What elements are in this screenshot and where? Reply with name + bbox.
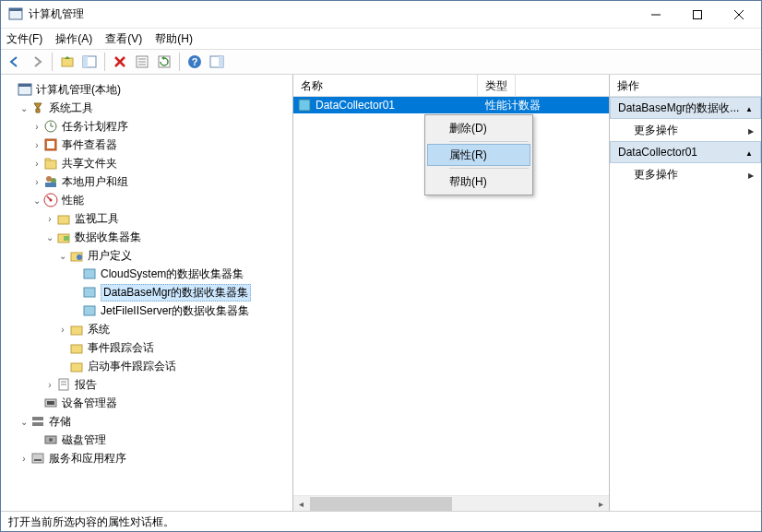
svg-rect-39 [84,269,95,278]
up-button[interactable] [57,52,77,72]
show-hide-action-button[interactable] [207,52,227,72]
menu-help[interactable]: 帮助(H) [427,171,530,193]
chevron-right-icon [748,170,754,180]
tree-pane: 计算机管理(本地) ⌄系统工具 ›任务计划程序 ›事件查看器 ›共享文件夹 ›本… [1,75,293,511]
tree-system[interactable]: ›系统 [5,320,289,338]
svg-rect-44 [71,363,82,372]
svg-rect-50 [32,417,43,420]
svg-rect-1 [9,8,22,11]
minimize-button[interactable] [635,2,676,28]
svg-rect-40 [84,288,95,297]
svg-rect-41 [84,306,95,315]
svg-rect-55 [34,459,42,461]
tree-disk-mgmt[interactable]: 磁盘管理 [5,431,289,449]
tree-local-users[interactable]: ›本地用户和组 [5,172,289,191]
action-section-2[interactable]: DataCollector01 [610,141,761,163]
svg-rect-56 [299,100,310,111]
menu-separator [449,168,529,169]
action-more-1[interactable]: 更多操作 [610,119,761,141]
collector-icon [297,98,312,112]
context-menu: 删除(D) 属性(R) 帮助(H) [424,114,533,195]
tree-performance[interactable]: ⌄性能 [5,191,289,209]
tree-data-collector-sets[interactable]: ⌄数据收集器集 [5,228,289,246]
close-button[interactable] [718,2,759,28]
svg-rect-30 [45,183,56,187]
scroll-right-icon[interactable]: ▸ [593,497,609,511]
toolbar-separator [179,53,180,71]
svg-rect-6 [62,58,73,66]
column-type[interactable]: 类型 [478,75,516,96]
title-bar: 计算机管理 [1,1,761,29]
svg-rect-34 [58,216,69,224]
tree-shared-folders[interactable]: ›共享文件夹 [5,154,289,172]
menu-file[interactable]: 文件(F) [6,31,42,47]
list-row[interactable]: DataCollector01 性能计数器 [293,97,609,113]
scrollbar-thumb[interactable] [310,497,452,511]
svg-rect-27 [45,160,56,169]
actions-pane: 操作 DataBaseMgr的数据收... 更多操作 DataCollector… [610,75,761,511]
svg-rect-42 [71,326,82,335]
toolbar-separator [104,53,105,71]
properties-button[interactable] [132,52,152,72]
action-more-2[interactable]: 更多操作 [610,163,761,185]
tree-event-trace[interactable]: 事件跟踪会话 [5,338,289,357]
tree-event-viewer[interactable]: ›事件查看器 [5,136,289,154]
tree-root[interactable]: 计算机管理(本地) [5,80,289,99]
tree-user-defined[interactable]: ⌄用户定义 [5,246,289,265]
column-name[interactable]: 名称 [293,75,478,96]
menu-action[interactable]: 操作(A) [55,31,92,47]
menu-view[interactable]: 查看(V) [105,31,142,47]
tree-services-apps[interactable]: ›服务和应用程序 [5,449,289,467]
svg-rect-49 [47,401,54,405]
list-header: 名称 类型 [293,75,609,97]
svg-rect-54 [32,454,43,463]
window-title: 计算机管理 [29,6,635,22]
collapse-icon [745,146,753,159]
app-icon [8,7,23,22]
svg-rect-21 [18,84,31,87]
row-type: 性能计数器 [485,99,541,112]
delete-button[interactable] [110,52,130,72]
menu-separator [449,141,529,142]
menu-delete[interactable]: 删除(D) [427,117,530,139]
tree-device-manager[interactable]: 设备管理器 [5,394,289,412]
tree-reports[interactable]: ›报告 [5,375,289,394]
tree-jetfile[interactable]: JetFileIIServer的数据收集器集 [5,301,289,320]
collapse-icon [745,101,753,114]
menu-bar: 文件(F) 操作(A) 查看(V) 帮助(H) [1,29,761,49]
show-hide-tree-button[interactable] [79,52,100,72]
chevron-right-icon [748,125,754,136]
menu-help[interactable]: 帮助(H) [155,31,193,47]
row-name: DataCollector01 [316,99,395,112]
tree-task-scheduler[interactable]: ›任务计划程序 [5,117,289,136]
svg-point-38 [77,254,82,260]
svg-rect-8 [83,56,88,67]
tree-monitoring-tools[interactable]: ›监视工具 [5,209,289,228]
scroll-left-icon[interactable]: ◂ [293,497,309,511]
svg-rect-3 [693,10,701,18]
forward-button[interactable] [27,52,47,72]
menu-properties[interactable]: 属性(R) [427,144,530,166]
svg-text:?: ? [192,56,198,67]
svg-rect-26 [47,141,54,148]
svg-rect-51 [32,422,43,426]
back-button[interactable] [5,52,25,72]
tree-system-tools[interactable]: ⌄系统工具 [5,99,289,117]
toolbar-separator [52,53,53,71]
tree-storage[interactable]: ⌄存储 [5,412,289,431]
action-section-1[interactable]: DataBaseMgr的数据收... [610,97,761,119]
actions-header: 操作 [610,75,761,97]
svg-rect-43 [71,345,82,353]
maximize-button[interactable] [676,2,718,28]
help-button[interactable]: ? [185,52,205,72]
svg-point-33 [50,199,53,202]
refresh-button[interactable] [154,52,174,72]
tree-databasemgr[interactable]: DataBaseMgr的数据收集器集 [5,283,289,301]
horizontal-scrollbar[interactable]: ◂ ▸ [293,495,609,511]
svg-rect-36 [64,236,69,241]
tree-cloudsystem[interactable]: CloudSystem的数据收集器集 [5,265,289,283]
toolbar: ? [1,49,761,75]
status-bar: 打开当前所选内容的属性对话框。 [1,511,761,531]
tree-startup-trace[interactable]: 启动事件跟踪会话 [5,357,289,375]
svg-point-53 [49,438,53,442]
